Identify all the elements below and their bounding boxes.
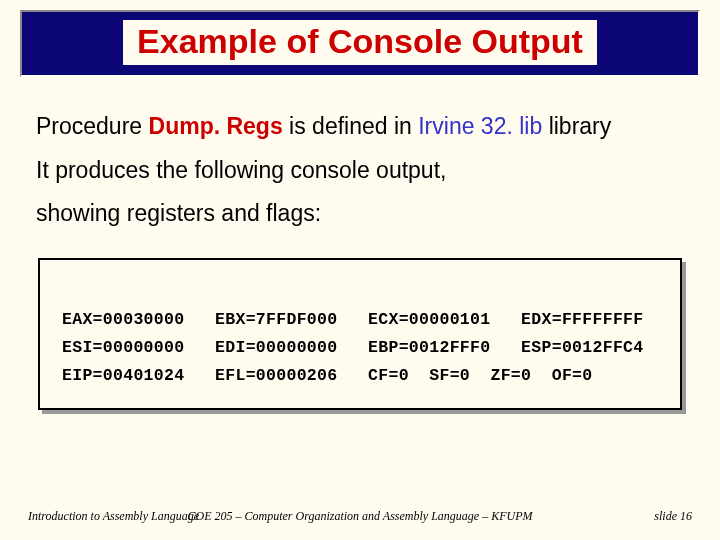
- body-line-1: Procedure Dump. Regs is defined in Irvin…: [36, 105, 684, 149]
- footer-center: COE 205 – Computer Organization and Asse…: [188, 509, 533, 524]
- console-row-1: EAX=00030000 EBX=7FFDF000 ECX=00000101 E…: [62, 310, 644, 329]
- title-bar: Example of Console Output: [20, 10, 700, 77]
- footer-right: slide 16: [654, 509, 692, 524]
- procedure-name: Dump. Regs: [149, 113, 283, 139]
- body-line-3: showing registers and flags:: [36, 192, 684, 236]
- console-row-2: ESI=00000000 EDI=00000000 EBP=0012FFF0 E…: [62, 338, 644, 357]
- text-isdef: is defined in: [283, 113, 419, 139]
- text-procedure: Procedure: [36, 113, 149, 139]
- slide-body: Procedure Dump. Regs is defined in Irvin…: [0, 77, 720, 410]
- library-name: Irvine 32. lib: [418, 113, 542, 139]
- body-line-2: It produces the following console output…: [36, 149, 684, 193]
- console-output-box: EAX=00030000 EBX=7FFDF000 ECX=00000101 E…: [38, 258, 682, 410]
- console-row-3: EIP=00401024 EFL=00000206 CF=0 SF=0 ZF=0…: [62, 366, 592, 385]
- slide-title: Example of Console Output: [123, 20, 597, 65]
- slide-footer: Introduction to Assembly Language COE 20…: [0, 509, 720, 524]
- footer-left: Introduction to Assembly Language: [28, 509, 199, 524]
- text-library: library: [542, 113, 611, 139]
